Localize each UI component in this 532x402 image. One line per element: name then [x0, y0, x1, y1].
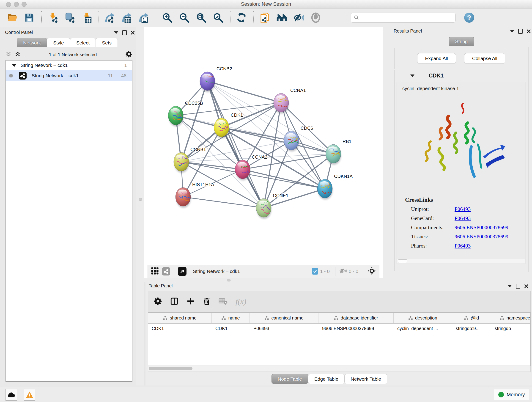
- column-header-namespace[interactable]: namespace: [491, 313, 531, 323]
- string-view-icon[interactable]: [162, 267, 170, 275]
- expand-all-chevron-icon[interactable]: [15, 51, 21, 58]
- panel-menu-icon[interactable]: [114, 32, 118, 34]
- tab-style[interactable]: Style: [47, 38, 70, 47]
- panel-float-icon[interactable]: [122, 30, 127, 35]
- table-cell[interactable]: P06493: [250, 324, 318, 333]
- birds-eye-grid-icon[interactable]: [151, 267, 159, 276]
- export-table-icon[interactable]: [121, 12, 133, 24]
- network-node-CDC25B[interactable]: CDC25B: [168, 101, 203, 127]
- show-columns-icon[interactable]: [170, 297, 179, 306]
- crosslink-link[interactable]: 9606.ENSP00000378699: [455, 234, 508, 240]
- crosslink-link[interactable]: P06493: [455, 243, 471, 249]
- crosslink-link[interactable]: P06493: [455, 206, 471, 212]
- copy-network-documents-icon[interactable]: [259, 12, 271, 24]
- tab-node-table[interactable]: Node Table: [272, 374, 308, 384]
- splitter-grip[interactable]: [227, 279, 230, 281]
- table-cell[interactable]: CDK1: [148, 324, 212, 333]
- splitter-grip[interactable]: [139, 198, 142, 201]
- table-cell[interactable]: CDK1: [212, 324, 250, 333]
- network-node-CCNB2[interactable]: CCNB2: [200, 66, 232, 92]
- export-network-icon[interactable]: [104, 12, 116, 24]
- panel-close-icon[interactable]: [525, 284, 528, 288]
- horizontal-splitter[interactable]: [144, 278, 532, 282]
- column-header-name[interactable]: name: [212, 313, 250, 323]
- tab-network[interactable]: Network: [17, 38, 47, 47]
- table-cell[interactable]: cyclin–dependent ...: [394, 324, 452, 333]
- collection-expander-icon[interactable]: [12, 64, 17, 67]
- column-header-description[interactable]: description: [394, 313, 452, 323]
- network-node-CCNA1[interactable]: CCNA1: [273, 88, 306, 114]
- vertical-splitter-right[interactable]: [383, 27, 391, 278]
- import-table-file-icon[interactable]: [81, 12, 93, 24]
- warning-button[interactable]: [24, 389, 35, 401]
- hide-unhide-eye-icon[interactable]: [293, 12, 305, 24]
- panel-menu-icon[interactable]: [508, 285, 512, 287]
- network-edge-CCNB2-CCNA1[interactable]: [207, 81, 281, 103]
- open-session-icon[interactable]: [6, 12, 18, 24]
- houses-icon[interactable]: [276, 12, 288, 24]
- selected-checkbox-icon[interactable]: [312, 268, 318, 274]
- tab-string-results[interactable]: String: [449, 37, 474, 46]
- collapse-all-chevron-icon[interactable]: [6, 51, 12, 58]
- table-cell[interactable]: 9606.ENSP00000378699: [318, 324, 394, 333]
- network-edge-CCNB1-CCNA2[interactable]: [181, 162, 243, 169]
- import-network-database-icon[interactable]: [64, 12, 76, 24]
- network-node-RB1[interactable]: RB1: [326, 139, 351, 165]
- table-cell[interactable]: stringdb:9...: [452, 324, 491, 333]
- network-row-selected[interactable]: String Network – cdk1 11 48: [6, 70, 132, 81]
- apply-layout-icon[interactable]: [235, 12, 247, 24]
- panel-close-icon[interactable]: [131, 31, 135, 35]
- results-horizontal-scrollbar[interactable]: [397, 259, 525, 263]
- panel-close-icon[interactable]: [527, 29, 531, 33]
- column-header--id[interactable]: @id: [452, 313, 491, 323]
- save-session-icon[interactable]: [23, 12, 35, 24]
- network-collection-row[interactable]: String Network – cdk1 1: [6, 61, 132, 70]
- panel-menu-icon[interactable]: [510, 30, 514, 32]
- network-node-HIST1H1A[interactable]: HIST1H1A: [176, 182, 214, 208]
- fit-selected-crosshair-icon[interactable]: [368, 267, 376, 276]
- delete-column-trash-icon[interactable]: [203, 297, 211, 306]
- crosslink-link[interactable]: 9606.ENSP00000378699: [455, 225, 508, 230]
- network-edge-CCNA2-CDKN1A[interactable]: [243, 169, 325, 189]
- memory-button[interactable]: Memory: [494, 389, 529, 400]
- tab-sets[interactable]: Sets: [96, 38, 118, 47]
- search-box[interactable]: [351, 13, 456, 23]
- panel-float-icon[interactable]: [518, 29, 523, 34]
- import-network-file-icon[interactable]: [47, 12, 59, 24]
- cloud-status-button[interactable]: [6, 389, 17, 401]
- network-node-CCNE1[interactable]: CCNE1: [256, 193, 288, 219]
- table-horizontal-scrollbar[interactable]: [148, 366, 531, 372]
- entry-expander-icon[interactable]: [410, 75, 414, 77]
- search-input[interactable]: [359, 13, 455, 22]
- scrollbar-thumb[interactable]: [149, 367, 192, 370]
- zoom-selected-icon[interactable]: [212, 12, 224, 24]
- panel-float-icon[interactable]: [516, 284, 520, 288]
- vertical-splitter-left[interactable]: [136, 27, 145, 385]
- column-header-shared-name[interactable]: shared name: [148, 313, 212, 323]
- network-edge-CCNB2-RB1[interactable]: [207, 81, 333, 154]
- tab-edge-table[interactable]: Edge Table: [308, 374, 345, 384]
- zoom-out-icon[interactable]: [178, 12, 190, 24]
- network-canvas[interactable]: CCNB2CCNA1CDC25BCDK1CDC6RB1CCNB1CCNA2CDK…: [144, 30, 383, 264]
- node-entry-header[interactable]: CDK1: [395, 70, 528, 81]
- table-cell[interactable]: stringdb: [491, 324, 531, 333]
- help-icon[interactable]: ?: [464, 13, 474, 23]
- column-header-canonical-name[interactable]: canonical name: [250, 313, 318, 323]
- network-node-CDKN1A[interactable]: CDKN1A: [317, 174, 353, 200]
- add-column-icon[interactable]: [186, 297, 195, 306]
- zoom-fit-icon[interactable]: [195, 12, 207, 24]
- network-edge-CCNB2-CCNE1[interactable]: [207, 81, 264, 208]
- scrollbar-thumb[interactable]: [398, 259, 407, 263]
- crosslink-link[interactable]: P06493: [455, 216, 471, 221]
- open-in-new-icon[interactable]: [178, 267, 186, 276]
- table-row[interactable]: CDK1CDK1P064939606.ENSP00000378699cyclin…: [148, 324, 530, 333]
- zoom-in-icon[interactable]: [161, 12, 173, 24]
- export-image-icon[interactable]: [138, 12, 150, 24]
- table-options-gear-icon[interactable]: [153, 297, 162, 306]
- expand-all-button[interactable]: Expand All: [417, 53, 456, 64]
- network-edge-HIST1H1A-CCNE1[interactable]: [183, 197, 264, 208]
- network-list-options-gear-icon[interactable]: [125, 51, 133, 59]
- network-edge-CDKN1A-CCNE1[interactable]: [264, 189, 325, 208]
- tab-select[interactable]: Select: [70, 38, 96, 47]
- collapse-all-button[interactable]: Collapse All: [464, 53, 505, 64]
